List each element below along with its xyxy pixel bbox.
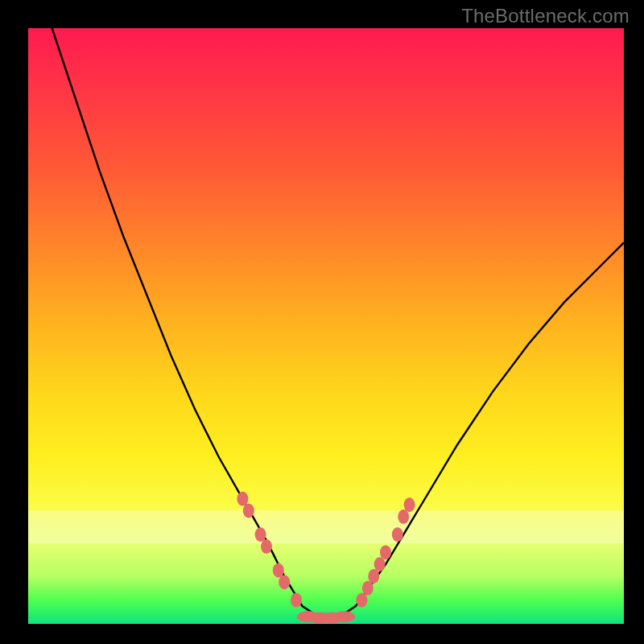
data-marker (374, 557, 386, 572)
watermark-text: TheBottleneck.com (461, 5, 630, 27)
data-marker (237, 492, 248, 506)
bottleneck-curve (52, 28, 624, 618)
data-marker (362, 581, 374, 596)
chart-frame: TheBottleneck.com (0, 0, 644, 644)
chart-svg (28, 28, 624, 624)
data-marker (380, 545, 391, 559)
data-marker (261, 539, 272, 554)
plot-area (28, 28, 624, 624)
markers-right (356, 497, 415, 607)
data-marker (279, 575, 290, 589)
data-marker (392, 527, 403, 542)
data-marker (368, 569, 379, 584)
markers-bottom (297, 611, 355, 624)
data-marker (291, 592, 302, 607)
data-marker (332, 611, 355, 622)
data-marker (273, 563, 284, 577)
data-marker (356, 592, 367, 607)
data-marker (243, 503, 254, 518)
data-marker (404, 497, 415, 512)
data-marker (398, 510, 409, 524)
data-marker (255, 527, 266, 542)
